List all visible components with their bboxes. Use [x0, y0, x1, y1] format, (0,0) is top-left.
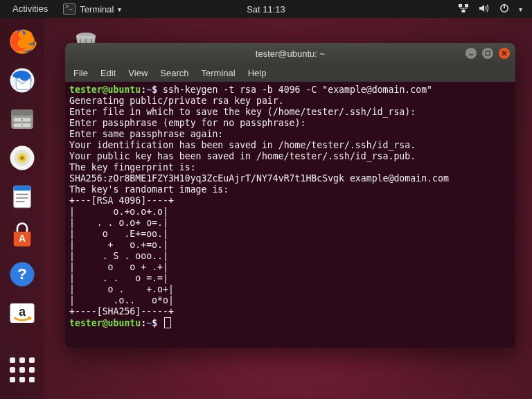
- clock[interactable]: Sat 11:13: [247, 4, 285, 15]
- out-line: | . . o =.=|: [69, 273, 168, 283]
- out-line: | o o + .+|: [69, 262, 168, 272]
- gnome-top-bar: Activities Terminal ▾ Sat 11:13 ▾: [0, 0, 532, 18]
- network-icon: [458, 3, 469, 15]
- window-titlebar[interactable]: tester@ubuntu: ~: [65, 43, 515, 64]
- out-line: Your public key has been saved in /home/…: [69, 151, 416, 161]
- menu-search[interactable]: Search: [160, 68, 188, 78]
- dock-files[interactable]: [6, 103, 39, 136]
- command-text: ssh-keygen -t rsa -b 4096 -C "example@do…: [163, 85, 432, 95]
- system-status-area[interactable]: ▾: [458, 3, 532, 15]
- prompt-path: ~: [146, 85, 152, 95]
- menu-file[interactable]: File: [73, 68, 88, 78]
- out-line: Generating public/private rsa key pair.: [69, 96, 284, 106]
- out-line: Enter same passphrase again:: [69, 129, 223, 139]
- menu-terminal[interactable]: Terminal: [202, 68, 236, 78]
- window-maximize-button[interactable]: [482, 48, 493, 59]
- svg-rect-9: [11, 109, 33, 116]
- menu-view[interactable]: View: [128, 68, 148, 78]
- out-line: +---[RSA 4096]----+: [69, 195, 174, 206]
- out-line: | . S . ooo..|: [69, 251, 168, 261]
- dock-firefox[interactable]: [6, 25, 39, 58]
- chevron-down-icon: ▾: [519, 6, 522, 13]
- svg-rect-1: [465, 4, 468, 7]
- terminal-menubar: File Edit View Search Terminal Help: [65, 64, 515, 82]
- dock-writer[interactable]: [6, 180, 39, 213]
- out-line: | + o.+=o.|: [69, 240, 168, 250]
- out-line: Enter file in which to save the key (/ho…: [69, 107, 416, 117]
- out-line: | o .E+=oo.|: [69, 229, 168, 239]
- window-minimize-button[interactable]: [466, 48, 477, 59]
- svg-rect-2: [462, 10, 466, 12]
- out-line: SHA256:zOr8BME1FZY3H10yq3ZcEuAjrT/NY74vR…: [69, 173, 449, 184]
- menu-edit[interactable]: Edit: [100, 68, 116, 78]
- dock-software[interactable]: A: [6, 219, 39, 252]
- menu-help[interactable]: Help: [248, 68, 267, 78]
- minimize-icon: [468, 50, 475, 57]
- out-line: | . . o.o+ o=.|: [69, 218, 168, 228]
- out-line: Enter passphrase (empty for no passphras…: [69, 118, 305, 128]
- terminal-icon: [63, 3, 76, 15]
- terminal-output[interactable]: tester@ubuntu:~$ ssh-keygen -t rsa -b 40…: [65, 82, 515, 348]
- terminal-window: tester@ubuntu: ~ File Edit View Search T…: [65, 43, 515, 348]
- window-close-button[interactable]: [499, 48, 510, 59]
- svg-text:?: ?: [17, 265, 27, 283]
- chevron-down-icon: ▾: [118, 6, 121, 13]
- svg-text:A: A: [19, 233, 26, 244]
- dock-rhythmbox[interactable]: [6, 141, 39, 175]
- dock-help[interactable]: ?: [6, 258, 39, 291]
- svg-point-12: [21, 119, 23, 121]
- out-line: The key fingerprint is:: [69, 162, 196, 172]
- prompt-sep: :: [141, 318, 146, 328]
- app-menu[interactable]: Terminal ▾: [56, 3, 128, 15]
- launcher-dock: A ? a: [0, 18, 44, 399]
- svg-rect-30: [486, 51, 490, 55]
- prompt-path: ~: [146, 318, 152, 328]
- out-line: | .o.. o*o|: [69, 295, 174, 305]
- close-icon: [501, 50, 508, 57]
- activities-button[interactable]: Activities: [4, 0, 56, 18]
- out-line: | o.+o.o+.o|: [69, 206, 168, 217]
- dock-thunderbird[interactable]: [6, 64, 39, 97]
- svg-rect-20: [14, 186, 31, 190]
- dock-amazon[interactable]: a: [6, 296, 39, 330]
- app-menu-label: Terminal: [80, 4, 114, 15]
- apps-grid-icon: [10, 357, 35, 382]
- prompt-sep: :: [141, 85, 146, 95]
- maximize-icon: [484, 50, 491, 57]
- out-line: +----[SHA256]-----+: [69, 306, 174, 317]
- out-line: Your identification has been saved in /h…: [69, 140, 416, 150]
- cursor: [164, 317, 171, 328]
- power-icon: [499, 3, 509, 15]
- prompt-user: tester@ubuntu: [69, 85, 141, 95]
- prompt-end: $: [152, 318, 163, 328]
- svg-point-13: [21, 125, 23, 126]
- show-applications-button[interactable]: [6, 353, 39, 387]
- out-line: The key's randomart image is:: [69, 184, 229, 195]
- prompt-end: $: [152, 85, 163, 95]
- out-line: | o . +.o+|: [69, 284, 174, 294]
- volume-icon: [479, 3, 490, 15]
- prompt-user: tester@ubuntu: [69, 318, 141, 328]
- window-title: tester@ubuntu: ~: [256, 48, 325, 59]
- svg-rect-0: [459, 4, 462, 7]
- svg-text:a: a: [19, 305, 26, 319]
- svg-point-18: [21, 157, 24, 159]
